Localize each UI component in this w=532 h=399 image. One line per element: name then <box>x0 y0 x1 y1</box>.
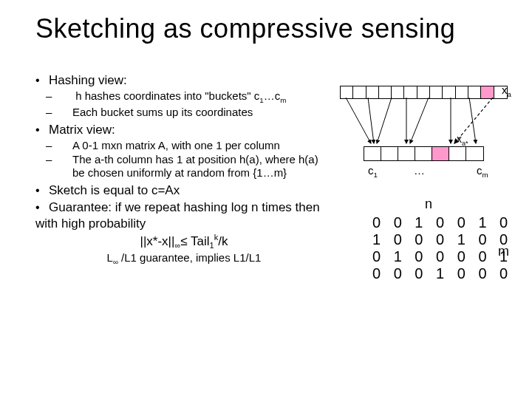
subbullet-bucket-sums: Each bucket sums up its coordinates <box>72 106 332 119</box>
svg-line-4 <box>410 98 429 143</box>
slide-body: Hashing view: h hashes coordinates into … <box>0 44 532 267</box>
text-column: Hashing view: h hashes coordinates into … <box>35 72 332 267</box>
vector-x <box>340 86 508 99</box>
matrix-row: 1 0 0 0 1 0 0 <box>372 231 512 248</box>
label-xastar: xa* <box>457 133 468 147</box>
svg-line-6 <box>469 98 476 143</box>
slide-title: Sketching as compressive sensing <box>0 0 532 44</box>
label-cm: cm <box>477 164 488 179</box>
vector-c <box>364 146 484 161</box>
subbullet-col-pos: The a-th column has 1 at position h(a), … <box>72 153 332 180</box>
bullet-matrix: Matrix view: A 0-1 mxn matrix A, with on… <box>35 122 332 180</box>
svg-line-0 <box>346 98 371 143</box>
guarantee-note: L∞ /L1 guarantee, implies L1/L1 <box>35 251 332 267</box>
matrix-row: 0 1 0 0 0 0 1 <box>372 248 512 265</box>
cell-xastar <box>432 147 449 160</box>
matrix-row: 0 0 0 1 0 0 0 <box>372 265 512 282</box>
diagram-column: xa xa* c1 … cm n m 0 0 1 <box>332 72 517 267</box>
subbullet-hashes: h hashes coordinates into "buckets" c1…c… <box>72 89 332 105</box>
subbullet-matrix-a: A 0-1 mxn matrix A, with one 1 per colum… <box>72 139 332 152</box>
formula: ||x*-x||∞≤ Tail1k/k <box>35 233 332 251</box>
label-c1: c1 <box>368 164 378 179</box>
label-xa: xa <box>502 83 511 98</box>
bullet-sketch: Sketch is equal to c=Ax <box>35 183 332 198</box>
svg-line-1 <box>368 98 374 143</box>
hash-arrows-icon <box>340 98 510 146</box>
label-dots: … <box>414 164 425 177</box>
matrix-A: 0 0 1 0 0 1 0 1 0 0 0 1 0 0 0 1 0 0 0 0 … <box>372 214 512 282</box>
bullet-hashing: Hashing view: h hashes coordinates into … <box>35 72 332 119</box>
svg-line-2 <box>377 98 392 143</box>
bullet-guarantee: Guarantee: if we repeat hashing log n ti… <box>35 200 332 231</box>
cell-xa <box>481 86 494 98</box>
label-n: n <box>425 197 432 212</box>
matrix-row: 0 0 1 0 0 1 0 <box>372 214 512 231</box>
